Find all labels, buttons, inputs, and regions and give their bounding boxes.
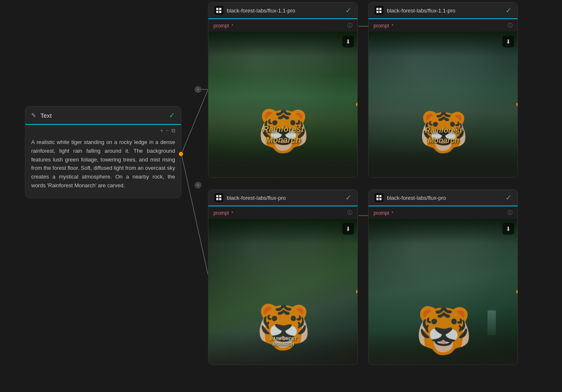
svg-rect-8 [376,8,379,10]
svg-rect-6 [216,11,218,13]
svg-rect-16 [376,195,379,197]
tiger-shape-br: 🐯 [415,304,472,357]
model-icon-tl [214,6,223,15]
prompt-asterisk-tr: * [392,24,394,28]
text-node-output-dot[interactable] [179,152,183,156]
svg-rect-10 [376,11,379,13]
check-icon-tl: ✓ [345,6,352,15]
connector-circle-bottom[interactable]: × [195,182,201,189]
svg-rect-4 [216,8,218,10]
model-icon-tr [374,6,384,15]
text-node-content: A realistic white tiger standing on a ro… [25,134,181,198]
edge-dot-bl[interactable] [356,290,358,294]
image-node-bl: black-forest-labs/flux-pro ✓ prompt * ⓘ … [208,189,358,365]
text-node: ✎ Text ✓ + − ⧉ A realistic white tiger s… [25,106,181,198]
prompt-bar-tl: prompt * ⓘ [208,19,357,32]
image-container-tr: 🐯 RainforestMonarch ⬇ [369,32,518,177]
prompt-bar-bl: prompt * ⓘ [208,206,357,219]
image-node-br: black-forest-labs/flux-pro ✓ prompt * ⓘ … [368,189,518,365]
watermark-tr: RainforestMonarch [425,126,462,145]
svg-rect-19 [379,198,381,200]
download-btn-br[interactable]: ⬇ [503,223,514,235]
svg-rect-14 [216,198,218,200]
minus-button[interactable]: − [166,127,169,134]
watermark-tl: RainforestMonarch [263,124,304,145]
prompt-bar-tr: prompt * ⓘ [369,19,517,32]
edge-dot-tr[interactable] [516,102,518,107]
image-node-header-tr: black-forest-labs/flux-1.1-pro ✓ [369,2,517,19]
model-name-bl: black-forest-labs/flux-pro [227,195,286,201]
edge-dot-br[interactable] [516,290,518,294]
image-container-bl: 🐯 RAINFORESTMONARCH ⬇ [208,219,358,365]
prompt-asterisk-tl: * [232,24,233,28]
image-node-header-bl: black-forest-labs/flux-pro ✓ [208,190,357,206]
svg-rect-13 [219,195,221,197]
check-icon-bl: ✓ [345,193,352,202]
prompt-label-tr: prompt [374,23,389,29]
text-node-header: ✎ Text ✓ [25,107,181,125]
download-btn-tr[interactable]: ⬇ [503,36,514,47]
image-container-br: 🐯 ⬇ [369,219,518,365]
svg-line-0 [181,89,208,154]
watermark-bl: RAINFORESTMONARCH [270,336,297,347]
image-node-header-br: black-forest-labs/flux-pro ✓ [369,190,517,206]
info-icon-tr[interactable]: ⓘ [508,22,512,29]
prompt-asterisk-bl: * [232,211,233,216]
add-button[interactable]: + [160,127,163,134]
info-icon-bl[interactable]: ⓘ [347,209,352,216]
connector-circle-top[interactable]: × [195,86,201,93]
model-icon-br [374,193,384,202]
image-container-tl: 🐯 RainforestMonarch ⬇ [208,32,358,177]
download-btn-tl[interactable]: ⬇ [342,36,354,47]
svg-rect-11 [379,11,381,13]
svg-rect-5 [219,8,221,10]
info-icon-br[interactable]: ⓘ [508,209,512,216]
info-icon-tl[interactable]: ⓘ [347,22,352,29]
edit-icon: ✎ [31,112,36,119]
svg-rect-15 [219,198,221,200]
prompt-label-br: prompt [374,210,389,216]
prompt-bar-br: prompt * ⓘ [369,206,517,219]
text-node-toolbar: + − ⧉ [25,125,181,134]
model-name-br: black-forest-labs/flux-pro [387,195,446,201]
model-icon-bl [214,193,223,202]
svg-rect-18 [376,198,379,200]
model-name-tl: black-forest-labs/flux-1.1-pro [227,7,295,14]
model-name-tr: black-forest-labs/flux-1.1-pro [387,7,456,14]
image-node-header-tl: black-forest-labs/flux-1.1-pro ✓ [208,2,357,19]
check-icon-br: ✓ [505,193,512,202]
svg-rect-7 [219,11,221,13]
svg-rect-17 [379,195,381,197]
main-canvas: ✎ Text ✓ + − ⧉ A realistic white tiger s… [0,0,562,392]
prompt-asterisk-br: * [392,211,394,216]
edge-dot-tl[interactable] [356,102,358,107]
svg-rect-9 [379,8,381,10]
prompt-label-bl: prompt [213,210,229,216]
svg-rect-12 [216,195,218,197]
svg-line-1 [181,154,208,275]
check-icon: ✓ [169,111,175,120]
image-node-tr: black-forest-labs/flux-1.1-pro ✓ prompt … [368,2,518,178]
prompt-label-tl: prompt [213,23,229,29]
copy-button[interactable]: ⧉ [171,127,175,134]
image-node-tl: black-forest-labs/flux-1.1-pro ✓ prompt … [208,2,358,178]
download-btn-bl[interactable]: ⬇ [342,223,354,235]
check-icon-tr: ✓ [505,6,512,15]
text-node-title: Text [40,112,52,119]
